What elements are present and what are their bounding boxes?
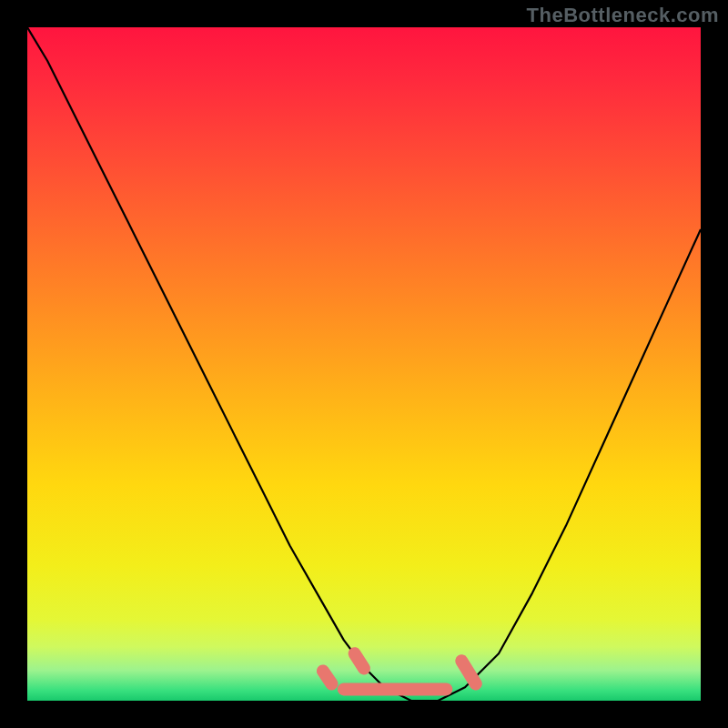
gradient-background: [27, 27, 701, 701]
highlight-mark: [323, 671, 332, 683]
app-frame: TheBottleneck.com: [0, 0, 728, 728]
chart-svg: [27, 27, 701, 701]
chart-plot-area: [27, 27, 701, 701]
watermark-text: TheBottleneck.com: [527, 4, 719, 27]
highlight-mark: [355, 653, 364, 668]
